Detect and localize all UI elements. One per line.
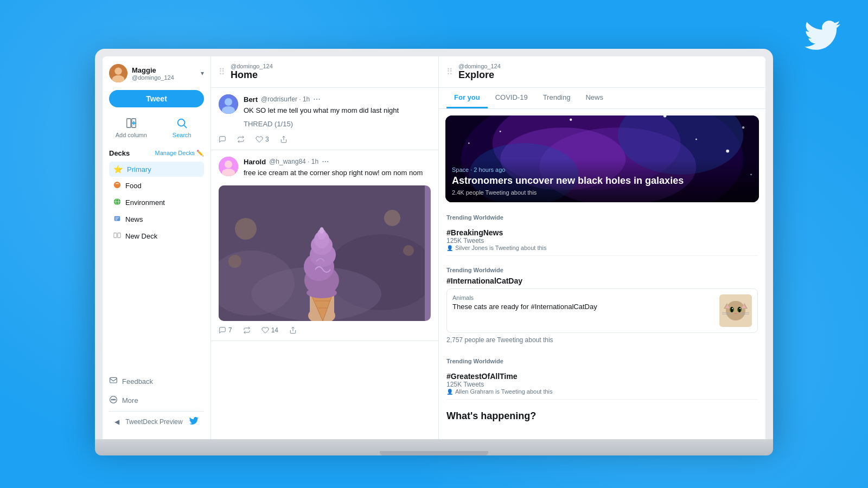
explore-column: ⠿ @domingo_124 Explore For you COVID-19 …: [439, 56, 765, 439]
harold-tweet-text: free ice cream at the corner shop right …: [244, 168, 431, 178]
goat-count: 125K Tweets: [446, 381, 758, 388]
search-label: Search: [173, 132, 192, 138]
svg-rect-17: [114, 233, 117, 238]
feedback-icon: [109, 376, 118, 387]
breaking-news-count: 125K Tweets: [446, 237, 758, 245]
cat-day-people: 2,757 people are Tweeting about this: [446, 333, 758, 347]
goat-hashtag[interactable]: #GreatestOfAllTime: [446, 372, 758, 381]
svg-rect-19: [110, 377, 117, 383]
deck-item-news[interactable]: News: [109, 211, 204, 227]
space-badge: Space · 2 hours ago: [452, 166, 752, 173]
bert-share-action[interactable]: [280, 136, 288, 143]
decks-header: Decks Manage Decks ✏️: [109, 149, 204, 157]
bert-like-action[interactable]: 3: [256, 136, 269, 143]
deck-label-primary: Primary: [127, 165, 151, 174]
svg-point-84: [738, 307, 741, 312]
search-action[interactable]: Search: [160, 117, 205, 138]
explore-tabs: For you COVID-19 Trending News: [439, 88, 765, 109]
svg-point-23: [114, 399, 116, 400]
cat-card-image: [719, 294, 752, 327]
harold-tweet-more[interactable]: ···: [322, 157, 329, 166]
tab-trending[interactable]: Trending: [535, 88, 578, 108]
drag-handle-icon: ⠿: [219, 67, 225, 77]
trending-goat: Trending Worldwide #GreatestOfAllTime 12…: [439, 352, 765, 405]
add-column-action[interactable]: Add column: [109, 117, 154, 138]
svg-point-29: [225, 160, 232, 168]
bert-tweet-actions: 3: [219, 136, 431, 143]
columns-area: ⠿ @domingo_124 Home: [211, 56, 765, 439]
svg-rect-18: [118, 233, 120, 238]
svg-point-25: [225, 98, 232, 106]
deck-item-primary[interactable]: ⭐ Primary: [109, 162, 204, 177]
home-column-header: ⠿ @domingo_124 Home: [211, 56, 438, 88]
home-column-title: Home: [231, 69, 431, 81]
twitter-bird-icon: [803, 16, 841, 63]
svg-point-21: [111, 399, 112, 400]
tweet-button[interactable]: Tweet: [109, 90, 204, 107]
manage-decks-link[interactable]: Manage Decks ✏️: [155, 150, 204, 157]
bert-tweet-text: OK SO let me tell you what my mom did la…: [244, 106, 431, 115]
explore-column-account: @domingo_124: [458, 63, 758, 69]
laptop: Maggie @domingo_124 ▾ Tweet: [95, 49, 773, 455]
chevron-down-icon[interactable]: ▾: [201, 69, 204, 77]
svg-point-1: [114, 68, 122, 75]
bert-retweet-action[interactable]: [237, 136, 245, 143]
explore-column-title: Explore: [458, 69, 758, 81]
bert-like-count: 3: [265, 136, 269, 143]
harold-tweet-image: [219, 185, 431, 321]
deck-item-environment[interactable]: Environment: [109, 195, 204, 210]
harold-name: Harold: [244, 158, 266, 166]
star-icon: ⭐: [113, 165, 123, 174]
tweetdeck-app: Maggie @domingo_124 ▾ Tweet: [103, 56, 765, 439]
screen-inner: Maggie @domingo_124 ▾ Tweet: [103, 56, 765, 439]
svg-point-35: [235, 218, 257, 240]
more-item[interactable]: More: [109, 393, 204, 408]
more-icon: [109, 395, 118, 406]
space-card: Space · 2 hours ago Astronomers uncover …: [445, 115, 759, 202]
explore-content: Space · 2 hours ago Astronomers uncover …: [439, 109, 765, 439]
svg-point-76: [726, 301, 745, 320]
svg-point-85: [732, 308, 733, 309]
back-icon[interactable]: ◀: [114, 418, 119, 426]
svg-point-83: [731, 307, 733, 312]
cat-card-category: Animals: [452, 294, 714, 301]
user-handle: @domingo_124: [132, 74, 174, 81]
harold-retweet-action[interactable]: [243, 326, 251, 334]
environment-icon: [113, 198, 121, 207]
home-column-content: Bert @rodrisurfer · 1h ··· OK SO let me …: [211, 88, 438, 439]
cat-day-hashtag[interactable]: #InternationalCatDay: [446, 277, 758, 285]
user-profile: Maggie @domingo_124 ▾: [109, 64, 204, 82]
deck-label-news: News: [125, 215, 143, 223]
sidebar-actions: Add column Search: [109, 115, 204, 140]
trending-breaking-news: Trending Worldwide #BreakingNews 125K Tw…: [439, 209, 765, 261]
harold-share-action[interactable]: [289, 326, 297, 334]
breaking-news-hashtag[interactable]: #BreakingNews: [446, 228, 758, 237]
bert-reply-action[interactable]: [219, 136, 226, 143]
svg-rect-3: [127, 119, 131, 128]
home-column-account: @domingo_124: [231, 63, 431, 69]
tab-covid[interactable]: COVID-19: [488, 88, 535, 108]
food-icon: [113, 181, 121, 190]
tab-news[interactable]: News: [578, 88, 611, 108]
tweet-harold: Harold @h_wang84 · 1h ··· free ice cream…: [211, 150, 438, 341]
svg-point-7: [178, 119, 185, 126]
harold-like-action[interactable]: 14: [261, 326, 278, 334]
svg-point-38: [228, 255, 241, 268]
add-column-icon: [125, 117, 137, 130]
home-column: ⠿ @domingo_124 Home: [211, 56, 439, 439]
deck-item-food[interactable]: Food: [109, 178, 204, 194]
bert-thread-label: THREAD (1/15): [244, 120, 431, 128]
feedback-item[interactable]: Feedback: [109, 374, 204, 389]
deck-item-new[interactable]: New Deck: [109, 228, 204, 244]
preview-label: TweetDeck Preview: [125, 418, 182, 426]
harold-reply-count: 7: [228, 326, 232, 334]
svg-line-8: [184, 125, 187, 128]
tweet-harold-header: Harold @h_wang84 · 1h ··· free ice cream…: [219, 157, 431, 182]
tab-for-you[interactable]: For you: [446, 88, 488, 108]
news-icon: [113, 215, 121, 224]
harold-reply-action[interactable]: 7: [219, 326, 232, 334]
cat-card-title: These cats are ready for #InternationalC…: [452, 303, 714, 311]
tweetdeck-preview: ◀ TweetDeck Preview: [109, 411, 204, 432]
bert-tweet-more[interactable]: ···: [313, 94, 320, 104]
whats-happening-title: What's happening?: [439, 405, 765, 425]
